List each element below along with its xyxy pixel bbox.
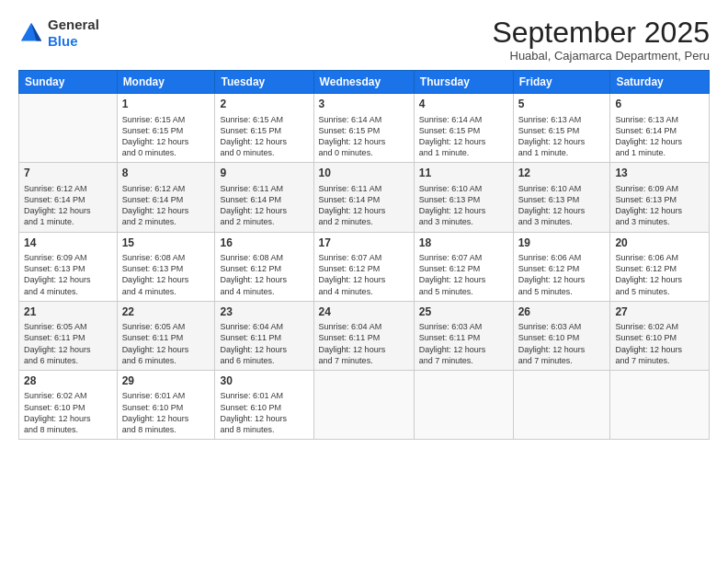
calendar-cell — [19, 94, 118, 163]
calendar-cell: 25Sunrise: 6:03 AM Sunset: 6:11 PM Dayli… — [414, 301, 513, 370]
day-number: 8 — [122, 167, 210, 181]
header-thursday: Thursday — [414, 71, 513, 94]
day-info: Sunrise: 6:13 AM Sunset: 6:14 PM Dayligh… — [615, 114, 704, 159]
day-number: 3 — [319, 98, 409, 112]
day-info: Sunrise: 6:10 AM Sunset: 6:13 PM Dayligh… — [518, 183, 606, 228]
day-info: Sunrise: 6:13 AM Sunset: 6:15 PM Dayligh… — [518, 114, 606, 159]
day-info: Sunrise: 6:12 AM Sunset: 6:14 PM Dayligh… — [122, 183, 210, 228]
calendar-cell: 6Sunrise: 6:13 AM Sunset: 6:14 PM Daylig… — [610, 94, 710, 163]
calendar-cell: 20Sunrise: 6:06 AM Sunset: 6:12 PM Dayli… — [610, 232, 710, 301]
day-info: Sunrise: 6:02 AM Sunset: 6:10 PM Dayligh… — [615, 321, 704, 366]
day-info: Sunrise: 6:12 AM Sunset: 6:14 PM Dayligh… — [24, 183, 112, 228]
day-info: Sunrise: 6:01 AM Sunset: 6:10 PM Dayligh… — [220, 390, 308, 435]
week-row-3: 14Sunrise: 6:09 AM Sunset: 6:13 PM Dayli… — [19, 232, 710, 301]
day-info: Sunrise: 6:03 AM Sunset: 6:11 PM Dayligh… — [419, 321, 508, 366]
day-number: 10 — [319, 167, 409, 181]
day-info: Sunrise: 6:05 AM Sunset: 6:11 PM Dayligh… — [24, 321, 112, 366]
calendar-cell: 11Sunrise: 6:10 AM Sunset: 6:13 PM Dayli… — [414, 163, 513, 232]
day-info: Sunrise: 6:08 AM Sunset: 6:12 PM Dayligh… — [220, 252, 308, 297]
day-info: Sunrise: 6:01 AM Sunset: 6:10 PM Dayligh… — [122, 390, 210, 435]
logo-general: General — [48, 17, 99, 32]
logo-blue: Blue — [48, 33, 78, 49]
week-row-5: 28Sunrise: 6:02 AM Sunset: 6:10 PM Dayli… — [19, 370, 710, 439]
day-number: 14 — [24, 236, 112, 251]
week-row-1: 1Sunrise: 6:15 AM Sunset: 6:15 PM Daylig… — [19, 94, 710, 163]
calendar-cell: 30Sunrise: 6:01 AM Sunset: 6:10 PM Dayli… — [215, 370, 313, 439]
day-number: 12 — [518, 167, 606, 181]
day-info: Sunrise: 6:14 AM Sunset: 6:15 PM Dayligh… — [419, 114, 508, 159]
day-number: 24 — [319, 305, 409, 320]
calendar-cell: 3Sunrise: 6:14 AM Sunset: 6:15 PM Daylig… — [313, 94, 414, 163]
logo-text: General Blue — [48, 17, 99, 50]
day-number: 15 — [122, 236, 210, 251]
calendar-cell — [313, 370, 414, 439]
calendar-cell: 24Sunrise: 6:04 AM Sunset: 6:11 PM Dayli… — [313, 301, 414, 370]
day-number: 29 — [122, 374, 210, 389]
week-row-4: 21Sunrise: 6:05 AM Sunset: 6:11 PM Dayli… — [19, 301, 710, 370]
header-friday: Friday — [513, 71, 610, 94]
day-info: Sunrise: 6:04 AM Sunset: 6:11 PM Dayligh… — [319, 321, 409, 366]
header-monday: Monday — [117, 71, 215, 94]
calendar-cell: 17Sunrise: 6:07 AM Sunset: 6:12 PM Dayli… — [313, 232, 414, 301]
day-info: Sunrise: 6:11 AM Sunset: 6:14 PM Dayligh… — [319, 183, 409, 228]
calendar-cell: 14Sunrise: 6:09 AM Sunset: 6:13 PM Dayli… — [19, 232, 118, 301]
calendar-cell: 12Sunrise: 6:10 AM Sunset: 6:13 PM Dayli… — [513, 163, 610, 232]
header-wednesday: Wednesday — [313, 71, 414, 94]
calendar-cell: 4Sunrise: 6:14 AM Sunset: 6:15 PM Daylig… — [414, 94, 513, 163]
day-number: 2 — [220, 98, 308, 112]
calendar-cell: 23Sunrise: 6:04 AM Sunset: 6:11 PM Dayli… — [215, 301, 313, 370]
day-number: 1 — [122, 98, 210, 112]
calendar-cell: 28Sunrise: 6:02 AM Sunset: 6:10 PM Dayli… — [19, 370, 118, 439]
day-number: 6 — [615, 98, 704, 112]
day-info: Sunrise: 6:05 AM Sunset: 6:11 PM Dayligh… — [122, 321, 210, 366]
month-title: September 2025 — [492, 17, 710, 49]
day-number: 7 — [24, 167, 112, 181]
calendar-cell: 2Sunrise: 6:15 AM Sunset: 6:15 PM Daylig… — [215, 94, 313, 163]
day-number: 9 — [220, 167, 308, 181]
day-info: Sunrise: 6:09 AM Sunset: 6:13 PM Dayligh… — [24, 252, 112, 297]
calendar-cell: 13Sunrise: 6:09 AM Sunset: 6:13 PM Dayli… — [610, 163, 710, 232]
day-number: 25 — [419, 305, 508, 320]
day-number: 5 — [518, 98, 606, 112]
calendar-header-row: SundayMondayTuesdayWednesdayThursdayFrid… — [19, 71, 710, 94]
calendar-cell: 22Sunrise: 6:05 AM Sunset: 6:11 PM Dayli… — [117, 301, 215, 370]
day-number: 21 — [24, 305, 112, 320]
day-info: Sunrise: 6:06 AM Sunset: 6:12 PM Dayligh… — [615, 252, 704, 297]
day-number: 4 — [419, 98, 508, 112]
day-number: 11 — [419, 167, 508, 181]
calendar-cell — [610, 370, 710, 439]
calendar-cell: 5Sunrise: 6:13 AM Sunset: 6:15 PM Daylig… — [513, 94, 610, 163]
calendar-cell: 10Sunrise: 6:11 AM Sunset: 6:14 PM Dayli… — [313, 163, 414, 232]
day-info: Sunrise: 6:07 AM Sunset: 6:12 PM Dayligh… — [319, 252, 409, 297]
page: General Blue September 2025 Huabal, Caja… — [0, 0, 728, 563]
week-row-2: 7Sunrise: 6:12 AM Sunset: 6:14 PM Daylig… — [19, 163, 710, 232]
header-tuesday: Tuesday — [215, 71, 313, 94]
day-info: Sunrise: 6:08 AM Sunset: 6:13 PM Dayligh… — [122, 252, 210, 297]
day-info: Sunrise: 6:11 AM Sunset: 6:14 PM Dayligh… — [220, 183, 308, 228]
logo: General Blue — [18, 17, 99, 50]
calendar-cell: 18Sunrise: 6:07 AM Sunset: 6:12 PM Dayli… — [414, 232, 513, 301]
calendar: SundayMondayTuesdayWednesdayThursdayFrid… — [18, 70, 710, 440]
day-number: 22 — [122, 305, 210, 320]
day-info: Sunrise: 6:06 AM Sunset: 6:12 PM Dayligh… — [518, 252, 606, 297]
day-info: Sunrise: 6:09 AM Sunset: 6:13 PM Dayligh… — [615, 183, 704, 228]
calendar-cell: 1Sunrise: 6:15 AM Sunset: 6:15 PM Daylig… — [117, 94, 215, 163]
day-number: 19 — [518, 236, 606, 251]
calendar-cell: 29Sunrise: 6:01 AM Sunset: 6:10 PM Dayli… — [117, 370, 215, 439]
calendar-cell: 7Sunrise: 6:12 AM Sunset: 6:14 PM Daylig… — [19, 163, 118, 232]
calendar-cell: 26Sunrise: 6:03 AM Sunset: 6:10 PM Dayli… — [513, 301, 610, 370]
subtitle: Huabal, Cajamarca Department, Peru — [492, 49, 710, 63]
day-number: 13 — [615, 167, 704, 181]
calendar-cell: 19Sunrise: 6:06 AM Sunset: 6:12 PM Dayli… — [513, 232, 610, 301]
header: General Blue September 2025 Huabal, Caja… — [18, 17, 710, 63]
day-info: Sunrise: 6:07 AM Sunset: 6:12 PM Dayligh… — [419, 252, 508, 297]
calendar-cell — [414, 370, 513, 439]
day-number: 26 — [518, 305, 606, 320]
calendar-cell: 8Sunrise: 6:12 AM Sunset: 6:14 PM Daylig… — [117, 163, 215, 232]
header-sunday: Sunday — [19, 71, 118, 94]
day-number: 17 — [319, 236, 409, 251]
day-info: Sunrise: 6:02 AM Sunset: 6:10 PM Dayligh… — [24, 390, 112, 435]
day-number: 23 — [220, 305, 308, 320]
title-block: September 2025 Huabal, Cajamarca Departm… — [492, 17, 710, 63]
logo-icon — [18, 20, 44, 46]
